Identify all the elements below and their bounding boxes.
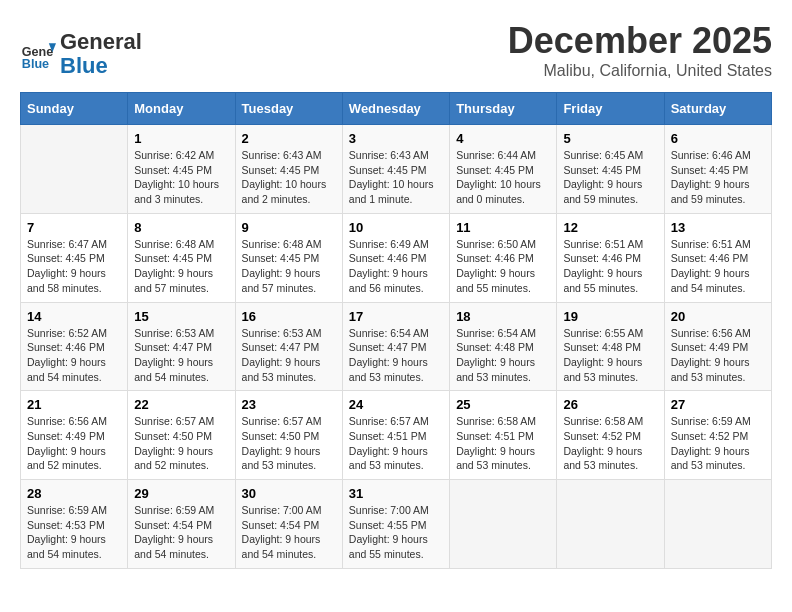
- day-info: Sunrise: 6:53 AM Sunset: 4:47 PM Dayligh…: [242, 326, 336, 385]
- day-number: 12: [563, 220, 657, 235]
- day-info: Sunrise: 6:59 AM Sunset: 4:53 PM Dayligh…: [27, 503, 121, 562]
- day-number: 13: [671, 220, 765, 235]
- sunset-text: Sunset: 4:54 PM: [134, 518, 228, 533]
- calendar-cell: 2 Sunrise: 6:43 AM Sunset: 4:45 PM Dayli…: [235, 125, 342, 214]
- day-info: Sunrise: 6:49 AM Sunset: 4:46 PM Dayligh…: [349, 237, 443, 296]
- sunrise-text: Sunrise: 6:49 AM: [349, 237, 443, 252]
- day-info: Sunrise: 6:43 AM Sunset: 4:45 PM Dayligh…: [242, 148, 336, 207]
- sunset-text: Sunset: 4:47 PM: [349, 340, 443, 355]
- sunrise-text: Sunrise: 6:53 AM: [242, 326, 336, 341]
- daylight-text: Daylight: 10 hours and 0 minutes.: [456, 177, 550, 206]
- calendar-cell: [450, 480, 557, 569]
- sunrise-text: Sunrise: 6:43 AM: [349, 148, 443, 163]
- day-info: Sunrise: 6:55 AM Sunset: 4:48 PM Dayligh…: [563, 326, 657, 385]
- daylight-text: Daylight: 10 hours and 1 minute.: [349, 177, 443, 206]
- sunrise-text: Sunrise: 6:59 AM: [671, 414, 765, 429]
- calendar-week-row: 28 Sunrise: 6:59 AM Sunset: 4:53 PM Dayl…: [21, 480, 772, 569]
- daylight-text: Daylight: 9 hours and 53 minutes.: [242, 444, 336, 473]
- calendar-cell: 11 Sunrise: 6:50 AM Sunset: 4:46 PM Dayl…: [450, 213, 557, 302]
- daylight-text: Daylight: 10 hours and 2 minutes.: [242, 177, 336, 206]
- daylight-text: Daylight: 9 hours and 58 minutes.: [27, 266, 121, 295]
- daylight-text: Daylight: 9 hours and 53 minutes.: [671, 444, 765, 473]
- sunset-text: Sunset: 4:48 PM: [456, 340, 550, 355]
- sunset-text: Sunset: 4:46 PM: [563, 251, 657, 266]
- calendar-cell: 24 Sunrise: 6:57 AM Sunset: 4:51 PM Dayl…: [342, 391, 449, 480]
- calendar-week-row: 7 Sunrise: 6:47 AM Sunset: 4:45 PM Dayli…: [21, 213, 772, 302]
- calendar-cell: [664, 480, 771, 569]
- sunset-text: Sunset: 4:50 PM: [134, 429, 228, 444]
- sunrise-text: Sunrise: 6:52 AM: [27, 326, 121, 341]
- sunrise-text: Sunrise: 6:56 AM: [27, 414, 121, 429]
- calendar-cell: 26 Sunrise: 6:58 AM Sunset: 4:52 PM Dayl…: [557, 391, 664, 480]
- day-number: 31: [349, 486, 443, 501]
- daylight-text: Daylight: 9 hours and 55 minutes.: [563, 266, 657, 295]
- day-number: 24: [349, 397, 443, 412]
- calendar-cell: 29 Sunrise: 6:59 AM Sunset: 4:54 PM Dayl…: [128, 480, 235, 569]
- day-info: Sunrise: 6:54 AM Sunset: 4:47 PM Dayligh…: [349, 326, 443, 385]
- sunset-text: Sunset: 4:45 PM: [563, 163, 657, 178]
- calendar-cell: 31 Sunrise: 7:00 AM Sunset: 4:55 PM Dayl…: [342, 480, 449, 569]
- sunrise-text: Sunrise: 6:48 AM: [242, 237, 336, 252]
- daylight-text: Daylight: 9 hours and 53 minutes.: [349, 444, 443, 473]
- sunset-text: Sunset: 4:53 PM: [27, 518, 121, 533]
- sunset-text: Sunset: 4:45 PM: [349, 163, 443, 178]
- day-info: Sunrise: 7:00 AM Sunset: 4:54 PM Dayligh…: [242, 503, 336, 562]
- sunrise-text: Sunrise: 6:57 AM: [242, 414, 336, 429]
- sunset-text: Sunset: 4:45 PM: [456, 163, 550, 178]
- daylight-text: Daylight: 9 hours and 57 minutes.: [242, 266, 336, 295]
- sunrise-text: Sunrise: 6:46 AM: [671, 148, 765, 163]
- daylight-text: Daylight: 9 hours and 53 minutes.: [456, 444, 550, 473]
- day-info: Sunrise: 6:44 AM Sunset: 4:45 PM Dayligh…: [456, 148, 550, 207]
- sunset-text: Sunset: 4:46 PM: [456, 251, 550, 266]
- sunrise-text: Sunrise: 7:00 AM: [349, 503, 443, 518]
- day-info: Sunrise: 6:59 AM Sunset: 4:52 PM Dayligh…: [671, 414, 765, 473]
- sunrise-text: Sunrise: 6:43 AM: [242, 148, 336, 163]
- day-info: Sunrise: 6:56 AM Sunset: 4:49 PM Dayligh…: [671, 326, 765, 385]
- calendar-cell: 9 Sunrise: 6:48 AM Sunset: 4:45 PM Dayli…: [235, 213, 342, 302]
- sunset-text: Sunset: 4:46 PM: [671, 251, 765, 266]
- calendar-cell: 19 Sunrise: 6:55 AM Sunset: 4:48 PM Dayl…: [557, 302, 664, 391]
- daylight-text: Daylight: 9 hours and 53 minutes.: [563, 444, 657, 473]
- weekday-header-wednesday: Wednesday: [342, 93, 449, 125]
- day-number: 3: [349, 131, 443, 146]
- day-info: Sunrise: 6:53 AM Sunset: 4:47 PM Dayligh…: [134, 326, 228, 385]
- logo-icon: Gene Blue: [20, 36, 56, 72]
- calendar-cell: 28 Sunrise: 6:59 AM Sunset: 4:53 PM Dayl…: [21, 480, 128, 569]
- daylight-text: Daylight: 9 hours and 55 minutes.: [349, 532, 443, 561]
- logo-general-text: General: [60, 30, 142, 54]
- sunrise-text: Sunrise: 6:51 AM: [671, 237, 765, 252]
- day-info: Sunrise: 6:58 AM Sunset: 4:52 PM Dayligh…: [563, 414, 657, 473]
- calendar-cell: 6 Sunrise: 6:46 AM Sunset: 4:45 PM Dayli…: [664, 125, 771, 214]
- day-info: Sunrise: 6:50 AM Sunset: 4:46 PM Dayligh…: [456, 237, 550, 296]
- day-number: 14: [27, 309, 121, 324]
- daylight-text: Daylight: 9 hours and 52 minutes.: [27, 444, 121, 473]
- weekday-header-saturday: Saturday: [664, 93, 771, 125]
- day-info: Sunrise: 6:46 AM Sunset: 4:45 PM Dayligh…: [671, 148, 765, 207]
- day-number: 1: [134, 131, 228, 146]
- day-number: 6: [671, 131, 765, 146]
- calendar-cell: 7 Sunrise: 6:47 AM Sunset: 4:45 PM Dayli…: [21, 213, 128, 302]
- sunrise-text: Sunrise: 6:56 AM: [671, 326, 765, 341]
- day-number: 29: [134, 486, 228, 501]
- weekday-header-monday: Monday: [128, 93, 235, 125]
- daylight-text: Daylight: 9 hours and 54 minutes.: [242, 532, 336, 561]
- daylight-text: Daylight: 9 hours and 59 minutes.: [563, 177, 657, 206]
- calendar-cell: 4 Sunrise: 6:44 AM Sunset: 4:45 PM Dayli…: [450, 125, 557, 214]
- day-info: Sunrise: 6:58 AM Sunset: 4:51 PM Dayligh…: [456, 414, 550, 473]
- calendar-cell: 17 Sunrise: 6:54 AM Sunset: 4:47 PM Dayl…: [342, 302, 449, 391]
- sunset-text: Sunset: 4:45 PM: [134, 251, 228, 266]
- day-number: 15: [134, 309, 228, 324]
- day-number: 19: [563, 309, 657, 324]
- weekday-header-sunday: Sunday: [21, 93, 128, 125]
- daylight-text: Daylight: 9 hours and 54 minutes.: [671, 266, 765, 295]
- weekday-header-row: SundayMondayTuesdayWednesdayThursdayFrid…: [21, 93, 772, 125]
- sunrise-text: Sunrise: 6:53 AM: [134, 326, 228, 341]
- day-info: Sunrise: 6:43 AM Sunset: 4:45 PM Dayligh…: [349, 148, 443, 207]
- sunrise-text: Sunrise: 6:58 AM: [456, 414, 550, 429]
- sunset-text: Sunset: 4:52 PM: [563, 429, 657, 444]
- daylight-text: Daylight: 9 hours and 56 minutes.: [349, 266, 443, 295]
- day-info: Sunrise: 6:57 AM Sunset: 4:50 PM Dayligh…: [242, 414, 336, 473]
- calendar-cell: 20 Sunrise: 6:56 AM Sunset: 4:49 PM Dayl…: [664, 302, 771, 391]
- calendar-cell: 13 Sunrise: 6:51 AM Sunset: 4:46 PM Dayl…: [664, 213, 771, 302]
- day-number: 30: [242, 486, 336, 501]
